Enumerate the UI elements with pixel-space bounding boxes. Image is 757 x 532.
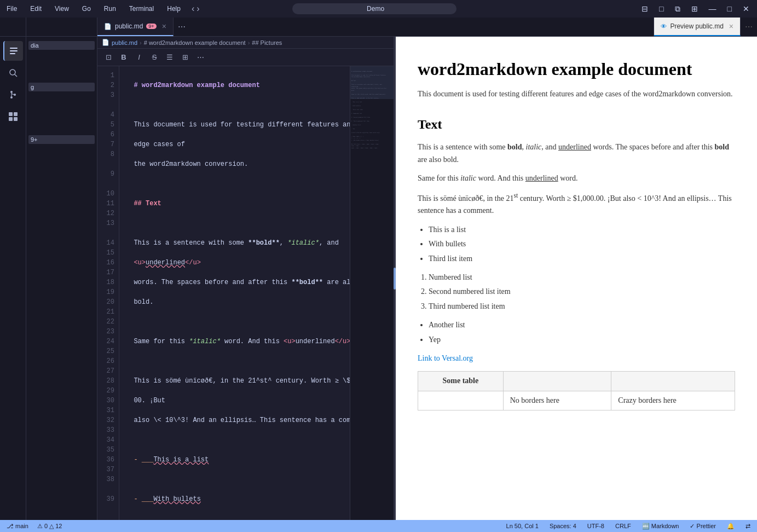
left-panel-item-dia[interactable]: dia (28, 41, 95, 50)
table-cell: Crazy borders here (611, 391, 735, 410)
table-header-cell (503, 372, 611, 391)
more-button[interactable]: ⋯ (194, 51, 207, 64)
git-branch-item[interactable]: ⎇ main (4, 523, 31, 530)
code-editor[interactable]: # word2markdown example document This do… (119, 66, 350, 520)
search-icon[interactable] (3, 63, 23, 83)
back-button[interactable]: ‹ (192, 4, 194, 14)
menu-bar: File Edit View Go Run Terminal Help (4, 4, 183, 14)
table-cell: No borders here (503, 391, 611, 410)
titlebar: File Edit View Go Run Terminal Help ‹ › … (0, 0, 757, 18)
menu-terminal[interactable]: Terminal (127, 4, 156, 14)
bell-item[interactable]: 🔔 (725, 523, 737, 530)
table-button[interactable]: ⊞ (178, 51, 192, 64)
svg-point-5 (10, 91, 13, 93)
svg-point-3 (10, 70, 15, 75)
tab-close-icon[interactable]: × (162, 22, 166, 31)
preview-title: word2markdown example document (418, 59, 735, 79)
close-button[interactable]: ✕ (739, 3, 753, 15)
position-item[interactable]: Ln 50, Col 1 (504, 523, 541, 529)
prettier-label: ✓ Prettier (690, 523, 716, 530)
source-control-icon[interactable] (3, 85, 23, 105)
forward-button[interactable]: › (197, 4, 199, 14)
breadcrumb: 📄 public.md › # word2markdown example do… (97, 37, 394, 49)
grid-icon[interactable]: ⊞ (688, 3, 701, 15)
minimize-button[interactable]: — (706, 3, 720, 15)
svg-rect-2 (10, 53, 15, 54)
bold-button[interactable]: B (117, 51, 130, 64)
strikethrough-button[interactable]: S (148, 51, 161, 64)
git-branch-label: main (15, 523, 28, 529)
breadcrumb-section2[interactable]: ## Pictures (252, 39, 282, 46)
svg-rect-1 (10, 50, 18, 51)
split-editor-icon[interactable]: ⊟ (638, 3, 651, 15)
menu-view[interactable]: View (53, 4, 71, 14)
menu-go[interactable]: Go (80, 4, 93, 14)
window-controls: ⊟ □ ⧉ ⊞ — □ ✕ (638, 3, 753, 15)
list-button[interactable]: ☰ (163, 51, 176, 64)
eol-item[interactable]: CRLF (613, 523, 633, 529)
breadcrumb-icon: 📄 (102, 39, 109, 46)
tab-label: public.md (115, 22, 143, 30)
explorer-icon[interactable] (3, 41, 23, 61)
editor-tabbar: 📄 public.md 9+ × ⋯ 👁 Preview public.md ×… (0, 18, 757, 37)
errors-item[interactable]: ⚠ 0 △ 12 (35, 523, 65, 530)
language-item[interactable]: 🔤 Markdown (640, 523, 681, 530)
split-layout-icon[interactable]: ⧉ (672, 3, 684, 15)
list-item: With bullets (429, 238, 735, 250)
preview-numbered-list: Numbered list Second numbered list item … (429, 271, 735, 313)
panel-divider[interactable] (394, 37, 396, 520)
tab-badge: 9+ (146, 24, 156, 29)
minimap: # word2markdown example document This do… (350, 66, 394, 520)
tab-more-button[interactable]: ⋯ (174, 18, 190, 36)
svg-line-4 (15, 74, 17, 77)
italic-button[interactable]: I (132, 51, 146, 64)
search-bar (292, 3, 456, 14)
extensions-icon[interactable] (3, 107, 23, 126)
split-editor-button[interactable]: ⊡ (102, 51, 115, 64)
list-item: Numbered list (429, 271, 735, 284)
prettier-item[interactable]: ✓ Prettier (687, 523, 718, 530)
layout-icon[interactable]: □ (656, 3, 667, 15)
statusbar: ⎇ main ⚠ 0 △ 12 Ln 50, Col 1 Spaces: 4 U… (0, 520, 757, 532)
statusbar-left: ⎇ main ⚠ 0 △ 12 (4, 523, 64, 530)
spaces-item[interactable]: Spaces: 4 (547, 523, 579, 529)
breadcrumb-file[interactable]: public.md (112, 39, 137, 46)
preview-link-para: Link to Versal.org (418, 352, 735, 365)
preview-more-button[interactable]: ⋯ (741, 18, 757, 36)
eol-label: CRLF (615, 523, 631, 529)
menu-run[interactable]: Run (102, 4, 118, 14)
activity-bar (0, 37, 26, 520)
menu-file[interactable]: File (4, 4, 19, 14)
table-cell (418, 391, 504, 410)
git-branch-icon: ⎇ (7, 523, 14, 530)
sync-item[interactable]: ⇄ (743, 523, 753, 530)
maximize-button[interactable]: □ (724, 3, 735, 15)
statusbar-right: Ln 50, Col 1 Spaces: 4 UTF-8 CRLF 🔤 Mark… (504, 523, 753, 530)
search-input[interactable] (292, 3, 456, 14)
encoding-item[interactable]: UTF-8 (585, 523, 606, 529)
svg-rect-10 (9, 117, 13, 121)
list-item: Third list item (429, 253, 735, 265)
left-panel-item-g[interactable]: g (28, 83, 95, 91)
list-item: Second numbered list item (429, 286, 735, 298)
tab-preview[interactable]: 👁 Preview public.md × (654, 18, 741, 36)
breadcrumb-section1[interactable]: # word2markdown example document (144, 39, 246, 46)
table-header-cell (611, 372, 735, 391)
preview-para2: Same for this italic word. And this unde… (418, 172, 735, 184)
file-icon: 📄 (104, 23, 112, 30)
preview-icon: 👁 (661, 23, 667, 30)
editor-container: 📄 public.md › # word2markdown example do… (97, 37, 394, 520)
list-item: Third numbered list item (429, 300, 735, 313)
language-label: Markdown (651, 523, 679, 529)
editor-body: 123 4567 8 9 101112 13 1415161718 192021… (97, 66, 394, 520)
preview-table: Some table No borders here Crazy borders… (418, 371, 735, 410)
versal-link[interactable]: Link to Versal.org (418, 354, 473, 362)
tab-public-md[interactable]: 📄 public.md 9+ × (97, 18, 174, 36)
preview-tab-close-icon[interactable]: × (729, 22, 733, 31)
menu-edit[interactable]: Edit (28, 4, 44, 14)
badge-item[interactable]: 9+ (28, 135, 95, 144)
menu-help[interactable]: Help (165, 4, 183, 14)
preview-bullet-list: This is a list With bullets Third list i… (429, 224, 735, 265)
preview-tab-label: Preview public.md (670, 22, 723, 30)
list-item: Yep (429, 334, 735, 346)
